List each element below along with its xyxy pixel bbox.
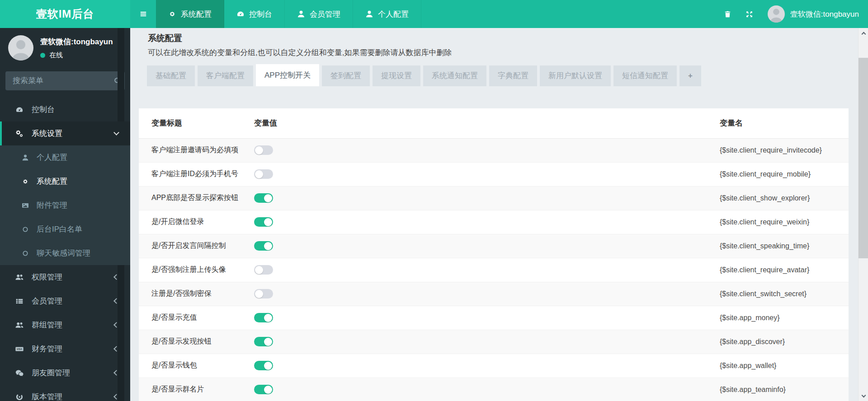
- row-variable: {$site.client_show_explorer}: [707, 186, 849, 210]
- sidebar-subitem-label: 后台IP白名单: [37, 224, 82, 234]
- toggle-switch[interactable]: [254, 145, 273, 155]
- tab-app-control-switch[interactable]: APP控制开关: [256, 64, 319, 86]
- navbar-right: 壹软微信:tongbayun: [717, 0, 868, 28]
- row-title: 客户端注册邀请码为必填项: [139, 138, 254, 162]
- fullscreen-button[interactable]: [739, 0, 760, 28]
- sidebar-user-panel: 壹软微信:tongbayun 在线: [0, 28, 130, 68]
- chevron-left-icon: [113, 322, 119, 328]
- sidebar-item-group-management[interactable]: 群组管理: [0, 313, 130, 337]
- nav-item-member-management[interactable]: 会员管理: [285, 0, 353, 28]
- table-row: 是/开启微信登录{$site.client_require_weixin}: [139, 210, 849, 234]
- scroll-up-arrow-icon[interactable]: [859, 28, 868, 38]
- image-icon: [20, 202, 31, 209]
- user-icon: [20, 154, 31, 161]
- toggle-switch[interactable]: [254, 265, 273, 275]
- sidebar-menu: 控制台系统设置个人配置系统配置附件管理后台IP白名单聊天敏感词管理权限管理会员管…: [0, 98, 130, 401]
- config-table: 变量标题 变量值 变量名 客户端注册邀请码为必填项{$site.client_r…: [139, 108, 849, 401]
- toggle-switch[interactable]: [254, 289, 273, 298]
- user-status[interactable]: 在线: [40, 51, 113, 60]
- toggle-switch[interactable]: [254, 385, 273, 394]
- toggle-switch[interactable]: [254, 337, 273, 346]
- gear-icon: [168, 10, 176, 18]
- sidebar-subitem-profile-config[interactable]: 个人配置: [0, 145, 130, 169]
- sidebar-toggle-button[interactable]: [130, 0, 156, 28]
- sidebar-subitem-attachment-management[interactable]: 附件管理: [0, 193, 130, 217]
- sidebar-item-member-management[interactable]: 会员管理: [0, 289, 130, 313]
- tab-add-tab[interactable]: +: [679, 65, 701, 86]
- toggle-switch[interactable]: [254, 169, 273, 179]
- row-value-cell: [254, 306, 707, 330]
- version-icon: [14, 393, 25, 401]
- sidebar-item-permission-management[interactable]: 权限管理: [0, 265, 130, 289]
- submenu-system-settings: 个人配置系统配置附件管理后台IP白名单聊天敏感词管理: [0, 145, 130, 265]
- table-row: 注册是/否强制密保{$site.client_switch_secret}: [139, 282, 849, 306]
- row-value-cell: [254, 354, 707, 378]
- row-variable: {$site.client_require_avatar}: [707, 258, 849, 282]
- row-title: 客户端注册ID必须为手机号: [139, 162, 254, 186]
- row-value-cell: [254, 378, 707, 401]
- navbar-user-menu[interactable]: 壹软微信:tongbayun: [760, 5, 863, 23]
- sidebar-subitem-sensitive-words[interactable]: 聊天敏感词管理: [0, 241, 130, 265]
- svg-text:VISA: VISA: [17, 348, 23, 350]
- toggle-switch[interactable]: [254, 361, 273, 370]
- avatar: [768, 5, 785, 23]
- sidebar-item-finance-management[interactable]: VISA财务管理: [0, 337, 130, 361]
- table-row: APP底部是否显示探索按钮{$site.client_show_explorer…: [139, 186, 849, 210]
- tab-client-config[interactable]: 客户端配置: [198, 65, 253, 86]
- row-title: 是/开启微信登录: [139, 210, 254, 234]
- nav-item-profile-config[interactable]: 个人配置: [353, 0, 421, 28]
- tab-new-user-default[interactable]: 新用户默认设置: [540, 65, 611, 86]
- toggle-switch[interactable]: [254, 313, 273, 322]
- sidebar-item-console[interactable]: 控制台: [0, 98, 130, 121]
- sidebar-item-label: 群组管理: [32, 320, 62, 330]
- vertical-scrollbar[interactable]: [858, 28, 868, 401]
- sidebar-item-label: 会员管理: [32, 296, 62, 306]
- row-title: 是/否开启发言间隔控制: [139, 234, 254, 258]
- sidebar-search: [5, 71, 125, 90]
- table-row: 是/否显示群名片{$site.app_teaminfo}: [139, 378, 849, 401]
- tab-dict-config[interactable]: 字典配置: [489, 65, 537, 86]
- trash-button[interactable]: [717, 0, 739, 28]
- trash-icon: [724, 10, 731, 18]
- list-icon: [14, 297, 25, 305]
- sidebar-username: 壹软微信:tongbayun: [40, 37, 113, 47]
- users-icon: [14, 321, 25, 329]
- scrollbar-thumb[interactable]: [859, 58, 868, 258]
- tab-panel: 变量标题 变量值 变量名 客户端注册邀请码为必填项{$site.client_r…: [139, 108, 849, 401]
- row-title: 是/否显示发现按钮: [139, 330, 254, 354]
- sidebar-item-moments-management[interactable]: 朋友圈管理: [0, 361, 130, 385]
- tab-withdraw-config[interactable]: 提现设置: [373, 65, 420, 86]
- row-value-cell: [254, 258, 707, 282]
- sidebar-item-label: 控制台: [32, 104, 55, 115]
- main-content: 系统配置 可以在此增改系统的变量和分组,也可以自定义分组和变量,如果需要删除请从…: [130, 28, 858, 401]
- col-header-title: 变量标题: [139, 108, 254, 138]
- toggle-switch[interactable]: [254, 217, 273, 227]
- gear-icon: [20, 178, 31, 185]
- sidebar-item-version-management[interactable]: 版本管理: [0, 385, 130, 401]
- chevron-left-icon: [113, 274, 119, 280]
- sidebar-subitem-system-config[interactable]: 系统配置: [0, 169, 130, 193]
- table-row: 是/否显示充值{$site.app_money}: [139, 306, 849, 330]
- tab-sms-notice-config[interactable]: 短信通知配置: [613, 65, 677, 86]
- tab-basic-config[interactable]: 基础配置: [147, 65, 195, 86]
- nav-item-system-config[interactable]: 系统配置: [156, 0, 224, 28]
- app-logo[interactable]: 壹软IM后台: [0, 0, 130, 28]
- sidebar-subitem-label: 个人配置: [37, 152, 67, 163]
- toggle-switch[interactable]: [254, 193, 273, 203]
- tab-system-notice-config[interactable]: 系统通知配置: [423, 65, 486, 86]
- col-header-value: 变量值: [254, 108, 707, 138]
- table-row: 是/否显示钱包{$site.app_wallet}: [139, 354, 849, 378]
- navbar-menu: 系统配置控制台会员管理个人配置: [156, 0, 421, 28]
- search-input[interactable]: [13, 76, 113, 85]
- sidebar-subitem-label: 附件管理: [37, 200, 67, 210]
- sidebar-subitem-ip-whitelist[interactable]: 后台IP白名单: [0, 217, 130, 241]
- sidebar-item-system-settings[interactable]: 系统设置: [0, 121, 130, 145]
- nav-item-console[interactable]: 控制台: [224, 0, 285, 28]
- users-icon: [14, 273, 25, 281]
- toggle-switch[interactable]: [254, 241, 273, 251]
- chevron-down-icon: [113, 130, 119, 135]
- row-title: 是/否显示充值: [139, 306, 254, 330]
- tab-checkin-config[interactable]: 签到配置: [322, 65, 370, 86]
- row-variable: {$site.client_switch_secret}: [707, 282, 849, 306]
- scroll-down-arrow-icon[interactable]: [859, 391, 868, 401]
